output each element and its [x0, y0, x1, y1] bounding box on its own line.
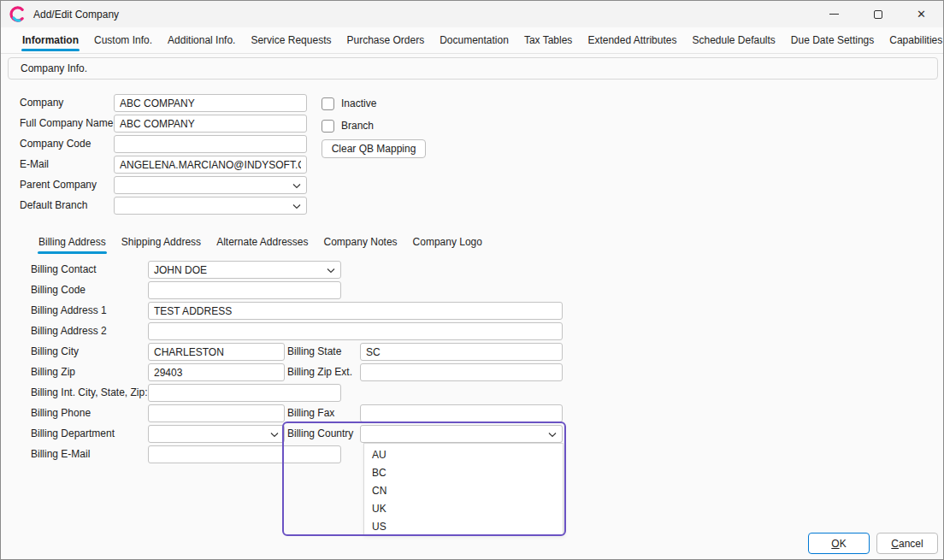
tab-due-date-settings[interactable]: Due Date Settings	[783, 27, 882, 53]
close-icon: ✕	[917, 8, 926, 21]
billing-email-label: Billing E-Mail	[31, 445, 90, 463]
cancel-button-accel: C	[891, 538, 899, 550]
minimize-button[interactable]	[812, 1, 856, 27]
billing-country-select[interactable]	[360, 425, 563, 443]
tab-alternate-addresses[interactable]: Alternate Addresses	[209, 232, 316, 254]
group-title: Company Info.	[9, 58, 937, 79]
window-title: Add/Edit Company	[33, 9, 119, 21]
tab-purchase-orders[interactable]: Purchase Orders	[339, 27, 432, 53]
billing-contact-label: Billing Contact	[31, 261, 97, 279]
company-code-input[interactable]	[114, 135, 307, 153]
tab-company-logo[interactable]: Company Logo	[405, 232, 490, 254]
country-option-uk[interactable]: UK	[364, 500, 563, 518]
titlebar: Add/Edit Company ✕	[1, 1, 943, 27]
window-controls: ✕	[812, 1, 943, 27]
tab-service-requests[interactable]: Service Requests	[243, 27, 339, 53]
chevron-down-icon	[292, 183, 301, 189]
billing-code-input[interactable]	[148, 281, 341, 299]
billing-contact-value: JOHN DOE	[154, 264, 207, 276]
billing-address2-input[interactable]	[148, 322, 563, 340]
chevron-down-icon	[327, 268, 335, 274]
branch-checkbox[interactable]	[322, 120, 334, 133]
chevron-down-icon	[292, 203, 301, 209]
tab-extended-attributes[interactable]: Extended Attributes	[580, 27, 684, 53]
billing-int-csz-input[interactable]	[148, 384, 341, 402]
billing-address1-label: Billing Address 1	[31, 302, 107, 320]
address-tabstrip: Billing Address Shipping Address Alterna…	[31, 232, 490, 254]
cancel-button-rest: ancel	[899, 538, 923, 550]
tab-documentation[interactable]: Documentation	[432, 27, 516, 53]
billing-city-label: Billing City	[31, 343, 79, 361]
email-label: E-Mail	[20, 156, 49, 174]
ok-button[interactable]: OK	[808, 533, 870, 554]
billing-address2-label: Billing Address 2	[31, 322, 107, 340]
billing-phone-label: Billing Phone	[31, 404, 91, 422]
tab-company-notes[interactable]: Company Notes	[316, 232, 405, 254]
minimize-icon	[829, 14, 839, 15]
country-option-bc[interactable]: BC	[364, 464, 563, 482]
parent-company-label: Parent Company	[20, 176, 97, 194]
billing-phone-input[interactable]	[148, 404, 285, 422]
country-option-cn[interactable]: CN	[364, 482, 563, 500]
tab-schedule-defaults[interactable]: Schedule Defaults	[684, 27, 782, 53]
cancel-button[interactable]: Cancel	[876, 533, 938, 554]
billing-country-label: Billing Country	[287, 425, 353, 443]
full-company-name-label: Full Company Name	[20, 115, 113, 133]
main-tabstrip: Information Custom Info. Additional Info…	[1, 27, 943, 54]
add-edit-company-dialog: Add/Edit Company ✕ Information Custom In…	[0, 0, 944, 560]
chevron-down-icon	[548, 432, 557, 438]
company-code-label: Company Code	[20, 135, 91, 153]
billing-address1-input[interactable]	[148, 302, 563, 320]
billing-country-dropdown-list: AU BC CN UK US	[363, 443, 563, 535]
inactive-checkbox[interactable]	[322, 97, 334, 110]
company-info-group: Company Info.	[8, 57, 938, 80]
full-company-name-input[interactable]	[114, 115, 307, 133]
ok-button-rest: K	[840, 538, 847, 550]
parent-company-select[interactable]	[114, 176, 307, 194]
close-button[interactable]: ✕	[900, 1, 943, 27]
billing-department-select[interactable]	[148, 425, 285, 443]
ok-button-accel: O	[831, 538, 839, 550]
billing-city-input[interactable]	[148, 343, 285, 361]
email-input[interactable]	[114, 156, 307, 174]
billing-zip-label: Billing Zip	[31, 363, 75, 381]
tab-custom-info[interactable]: Custom Info.	[86, 27, 160, 53]
maximize-button[interactable]	[856, 1, 900, 27]
tab-shipping-address[interactable]: Shipping Address	[114, 232, 209, 254]
branch-label: Branch	[341, 117, 374, 135]
tab-additional-info[interactable]: Additional Info.	[160, 27, 243, 53]
default-branch-select[interactable]	[114, 197, 307, 215]
maximize-icon	[874, 10, 882, 19]
billing-int-csz-label: Billing Int. City, State, Zip:	[31, 384, 148, 402]
billing-contact-select[interactable]: JOHN DOE	[148, 261, 341, 279]
billing-zip-ext-input[interactable]	[360, 363, 563, 381]
billing-state-label: Billing State	[287, 343, 341, 361]
billing-department-label: Billing Department	[31, 425, 115, 443]
tab-tax-tables[interactable]: Tax Tables	[516, 27, 580, 53]
tab-billing-address[interactable]: Billing Address	[31, 232, 114, 254]
billing-fax-input[interactable]	[360, 404, 563, 422]
billing-zip-input[interactable]	[148, 363, 285, 381]
app-logo-icon	[9, 6, 26, 22]
chevron-down-icon	[270, 432, 279, 438]
tab-information[interactable]: Information	[15, 27, 86, 53]
billing-email-input[interactable]	[148, 445, 341, 463]
company-input[interactable]	[114, 94, 307, 112]
clear-qb-mapping-button[interactable]: Clear QB Mapping	[322, 139, 426, 158]
company-label: Company	[20, 94, 63, 112]
billing-fax-label: Billing Fax	[287, 404, 334, 422]
inactive-label: Inactive	[341, 95, 376, 113]
billing-state-input[interactable]	[360, 343, 563, 361]
billing-code-label: Billing Code	[31, 281, 86, 299]
tab-capabilities[interactable]: Capabilities	[882, 27, 944, 53]
country-option-au[interactable]: AU	[364, 446, 563, 464]
default-branch-label: Default Branch	[20, 197, 87, 215]
billing-zip-ext-label: Billing Zip Ext.	[287, 363, 352, 381]
country-option-us[interactable]: US	[364, 518, 563, 536]
